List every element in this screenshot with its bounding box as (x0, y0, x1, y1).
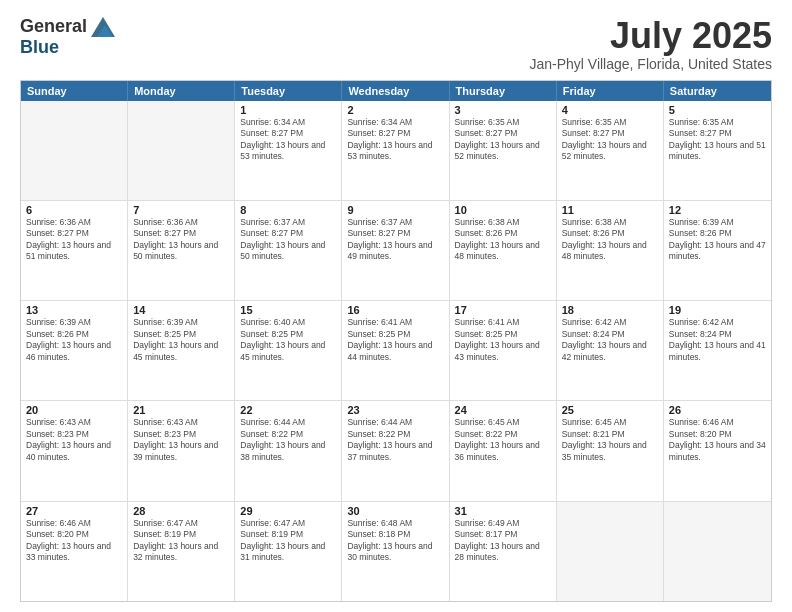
day-info: Sunrise: 6:38 AMSunset: 8:26 PMDaylight:… (455, 217, 551, 263)
calendar-cell (557, 502, 664, 601)
logo-general-text: General (20, 16, 87, 37)
day-info: Sunrise: 6:43 AMSunset: 8:23 PMDaylight:… (133, 417, 229, 463)
calendar-cell: 22Sunrise: 6:44 AMSunset: 8:22 PMDayligh… (235, 401, 342, 500)
day-number: 24 (455, 404, 551, 416)
day-info: Sunrise: 6:37 AMSunset: 8:27 PMDaylight:… (347, 217, 443, 263)
logo-blue-text: Blue (20, 37, 59, 58)
calendar-cell: 5Sunrise: 6:35 AMSunset: 8:27 PMDaylight… (664, 101, 771, 200)
day-info: Sunrise: 6:43 AMSunset: 8:23 PMDaylight:… (26, 417, 122, 463)
day-number: 27 (26, 505, 122, 517)
day-number: 5 (669, 104, 766, 116)
calendar-cell (21, 101, 128, 200)
calendar-cell: 25Sunrise: 6:45 AMSunset: 8:21 PMDayligh… (557, 401, 664, 500)
day-info: Sunrise: 6:35 AMSunset: 8:27 PMDaylight:… (455, 117, 551, 163)
calendar-cell: 10Sunrise: 6:38 AMSunset: 8:26 PMDayligh… (450, 201, 557, 300)
day-info: Sunrise: 6:49 AMSunset: 8:17 PMDaylight:… (455, 518, 551, 564)
calendar-cell: 2Sunrise: 6:34 AMSunset: 8:27 PMDaylight… (342, 101, 449, 200)
calendar-cell: 27Sunrise: 6:46 AMSunset: 8:20 PMDayligh… (21, 502, 128, 601)
day-info: Sunrise: 6:44 AMSunset: 8:22 PMDaylight:… (347, 417, 443, 463)
calendar-cell: 18Sunrise: 6:42 AMSunset: 8:24 PMDayligh… (557, 301, 664, 400)
day-number: 7 (133, 204, 229, 216)
day-number: 1 (240, 104, 336, 116)
calendar-cell: 1Sunrise: 6:34 AMSunset: 8:27 PMDaylight… (235, 101, 342, 200)
calendar-cell (128, 101, 235, 200)
calendar-row-2: 6Sunrise: 6:36 AMSunset: 8:27 PMDaylight… (21, 200, 771, 300)
calendar-row-5: 27Sunrise: 6:46 AMSunset: 8:20 PMDayligh… (21, 501, 771, 601)
title-block: July 2025 Jan-Phyl Village, Florida, Uni… (529, 16, 772, 72)
calendar-cell: 13Sunrise: 6:39 AMSunset: 8:26 PMDayligh… (21, 301, 128, 400)
calendar-cell: 14Sunrise: 6:39 AMSunset: 8:25 PMDayligh… (128, 301, 235, 400)
weekday-header-saturday: Saturday (664, 81, 771, 101)
page: General Blue July 2025 Jan-Phyl Village,… (0, 0, 792, 612)
calendar-cell: 31Sunrise: 6:49 AMSunset: 8:17 PMDayligh… (450, 502, 557, 601)
calendar-cell: 24Sunrise: 6:45 AMSunset: 8:22 PMDayligh… (450, 401, 557, 500)
calendar-cell: 6Sunrise: 6:36 AMSunset: 8:27 PMDaylight… (21, 201, 128, 300)
calendar-cell: 30Sunrise: 6:48 AMSunset: 8:18 PMDayligh… (342, 502, 449, 601)
header: General Blue July 2025 Jan-Phyl Village,… (20, 16, 772, 72)
day-number: 2 (347, 104, 443, 116)
weekday-header-monday: Monday (128, 81, 235, 101)
day-number: 12 (669, 204, 766, 216)
calendar-cell: 7Sunrise: 6:36 AMSunset: 8:27 PMDaylight… (128, 201, 235, 300)
calendar-cell (664, 502, 771, 601)
day-info: Sunrise: 6:41 AMSunset: 8:25 PMDaylight:… (347, 317, 443, 363)
day-number: 17 (455, 304, 551, 316)
day-info: Sunrise: 6:36 AMSunset: 8:27 PMDaylight:… (26, 217, 122, 263)
day-info: Sunrise: 6:44 AMSunset: 8:22 PMDaylight:… (240, 417, 336, 463)
calendar-cell: 29Sunrise: 6:47 AMSunset: 8:19 PMDayligh… (235, 502, 342, 601)
day-info: Sunrise: 6:47 AMSunset: 8:19 PMDaylight:… (133, 518, 229, 564)
day-number: 28 (133, 505, 229, 517)
calendar-cell: 15Sunrise: 6:40 AMSunset: 8:25 PMDayligh… (235, 301, 342, 400)
calendar-cell: 9Sunrise: 6:37 AMSunset: 8:27 PMDaylight… (342, 201, 449, 300)
day-number: 10 (455, 204, 551, 216)
day-info: Sunrise: 6:39 AMSunset: 8:26 PMDaylight:… (26, 317, 122, 363)
calendar-body: 1Sunrise: 6:34 AMSunset: 8:27 PMDaylight… (21, 101, 771, 601)
location-title: Jan-Phyl Village, Florida, United States (529, 56, 772, 72)
day-info: Sunrise: 6:42 AMSunset: 8:24 PMDaylight:… (562, 317, 658, 363)
day-number: 30 (347, 505, 443, 517)
day-info: Sunrise: 6:46 AMSunset: 8:20 PMDaylight:… (669, 417, 766, 463)
weekday-header-thursday: Thursday (450, 81, 557, 101)
day-info: Sunrise: 6:37 AMSunset: 8:27 PMDaylight:… (240, 217, 336, 263)
logo-icon (91, 17, 115, 37)
logo: General Blue (20, 16, 115, 58)
month-title: July 2025 (529, 16, 772, 56)
calendar-cell: 4Sunrise: 6:35 AMSunset: 8:27 PMDaylight… (557, 101, 664, 200)
calendar-row-4: 20Sunrise: 6:43 AMSunset: 8:23 PMDayligh… (21, 400, 771, 500)
day-number: 8 (240, 204, 336, 216)
day-info: Sunrise: 6:48 AMSunset: 8:18 PMDaylight:… (347, 518, 443, 564)
calendar-cell: 26Sunrise: 6:46 AMSunset: 8:20 PMDayligh… (664, 401, 771, 500)
day-number: 6 (26, 204, 122, 216)
calendar-cell: 21Sunrise: 6:43 AMSunset: 8:23 PMDayligh… (128, 401, 235, 500)
day-info: Sunrise: 6:46 AMSunset: 8:20 PMDaylight:… (26, 518, 122, 564)
calendar: SundayMondayTuesdayWednesdayThursdayFrid… (20, 80, 772, 602)
day-number: 3 (455, 104, 551, 116)
day-number: 25 (562, 404, 658, 416)
day-number: 19 (669, 304, 766, 316)
day-info: Sunrise: 6:45 AMSunset: 8:22 PMDaylight:… (455, 417, 551, 463)
day-number: 11 (562, 204, 658, 216)
calendar-cell: 16Sunrise: 6:41 AMSunset: 8:25 PMDayligh… (342, 301, 449, 400)
weekday-header-friday: Friday (557, 81, 664, 101)
day-info: Sunrise: 6:45 AMSunset: 8:21 PMDaylight:… (562, 417, 658, 463)
day-number: 21 (133, 404, 229, 416)
day-number: 26 (669, 404, 766, 416)
calendar-cell: 28Sunrise: 6:47 AMSunset: 8:19 PMDayligh… (128, 502, 235, 601)
calendar-cell: 17Sunrise: 6:41 AMSunset: 8:25 PMDayligh… (450, 301, 557, 400)
calendar-header: SundayMondayTuesdayWednesdayThursdayFrid… (21, 81, 771, 101)
day-info: Sunrise: 6:34 AMSunset: 8:27 PMDaylight:… (347, 117, 443, 163)
calendar-row-1: 1Sunrise: 6:34 AMSunset: 8:27 PMDaylight… (21, 101, 771, 200)
day-info: Sunrise: 6:42 AMSunset: 8:24 PMDaylight:… (669, 317, 766, 363)
calendar-cell: 19Sunrise: 6:42 AMSunset: 8:24 PMDayligh… (664, 301, 771, 400)
day-info: Sunrise: 6:47 AMSunset: 8:19 PMDaylight:… (240, 518, 336, 564)
day-number: 29 (240, 505, 336, 517)
calendar-cell: 8Sunrise: 6:37 AMSunset: 8:27 PMDaylight… (235, 201, 342, 300)
weekday-header-sunday: Sunday (21, 81, 128, 101)
calendar-cell: 23Sunrise: 6:44 AMSunset: 8:22 PMDayligh… (342, 401, 449, 500)
calendar-cell: 12Sunrise: 6:39 AMSunset: 8:26 PMDayligh… (664, 201, 771, 300)
calendar-cell: 11Sunrise: 6:38 AMSunset: 8:26 PMDayligh… (557, 201, 664, 300)
day-number: 16 (347, 304, 443, 316)
day-number: 18 (562, 304, 658, 316)
day-info: Sunrise: 6:40 AMSunset: 8:25 PMDaylight:… (240, 317, 336, 363)
calendar-cell: 3Sunrise: 6:35 AMSunset: 8:27 PMDaylight… (450, 101, 557, 200)
